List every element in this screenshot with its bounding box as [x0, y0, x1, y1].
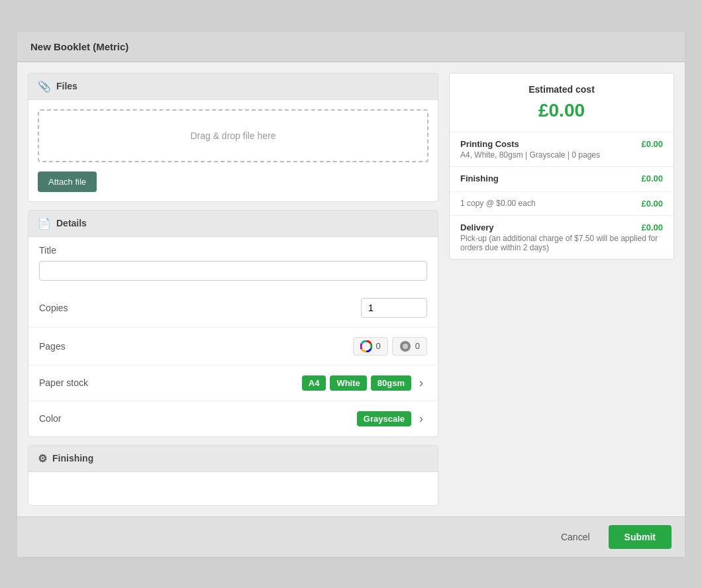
- pages-row: Pages: [28, 328, 438, 366]
- bw-pages-badge: 0: [392, 337, 427, 356]
- pages-value-container: 0 0: [119, 337, 427, 356]
- paper-stock-size-tag: A4: [302, 375, 326, 391]
- modal-footer: Cancel Submit: [17, 516, 685, 557]
- color-row: Color Grayscale ›: [28, 401, 438, 436]
- printing-costs-value: £0.00: [641, 139, 663, 149]
- delivery-value: £0.00: [641, 222, 663, 232]
- finishing-section-header: ⚙ Finishing: [28, 446, 438, 472]
- printing-costs-label: Printing Costs: [460, 139, 519, 149]
- submit-button[interactable]: Submit: [609, 525, 672, 549]
- copy-value: £0.00: [641, 199, 663, 209]
- color-pages-count: 0: [376, 341, 381, 351]
- color-value-tag: Grayscale: [357, 411, 411, 426]
- paper-stock-color-tag: White: [330, 375, 366, 391]
- printing-costs-title: Printing Costs £0.00: [460, 139, 663, 149]
- pages-label: Pages: [39, 341, 119, 352]
- paper-stock-value-container: A4 White 80gsm ›: [119, 375, 427, 391]
- paperclip-icon: 📎: [38, 80, 51, 93]
- dropzone-text: Drag & drop file here: [190, 130, 276, 141]
- title-row: Title: [28, 237, 438, 289]
- color-value-container: Grayscale ›: [119, 411, 427, 427]
- finishing-section: ⚙ Finishing: [28, 445, 438, 506]
- details-section: 📄 Details Title Copies: [28, 210, 438, 437]
- details-section-header: 📄 Details: [28, 211, 438, 237]
- files-section-header: 📎 Files: [28, 74, 438, 100]
- finishing-cost-row: Finishing £0.00: [450, 167, 674, 192]
- copies-row: Copies: [28, 289, 438, 328]
- title-label: Title: [39, 245, 427, 256]
- modal-body: 📎 Files Drag & drop file here Attach fil…: [17, 62, 685, 516]
- copy-cost-row: 1 copy @ $0.00 each £0.00: [450, 192, 674, 216]
- modal-title: New Booklet (Metric): [30, 41, 128, 52]
- copy-inline: 1 copy @ $0.00 each £0.00: [460, 199, 663, 209]
- svg-point-2: [403, 344, 408, 349]
- copies-value-container: [119, 298, 427, 318]
- delivery-sub: Pick-up (an additional charge of $7.50 w…: [460, 234, 663, 252]
- sliders-icon: ⚙: [38, 452, 47, 465]
- title-input[interactable]: [39, 261, 427, 281]
- cost-card: Estimated cost £0.00 Printing Costs £0.0…: [449, 73, 674, 260]
- right-panel: Estimated cost £0.00 Printing Costs £0.0…: [449, 73, 674, 260]
- details-section-title: Details: [56, 218, 87, 228]
- cost-title: Estimated cost: [460, 84, 663, 95]
- cost-header: Estimated cost £0.00: [450, 74, 674, 132]
- finishing-cost-value: £0.00: [641, 173, 663, 183]
- color-chevron[interactable]: ›: [415, 411, 427, 427]
- paper-stock-weight-tag: 80gsm: [371, 375, 411, 391]
- color-pages-icon: [360, 340, 372, 352]
- printing-costs-sub: A4, White, 80gsm | Grayscale | 0 pages: [460, 150, 663, 160]
- copies-input[interactable]: [361, 298, 427, 318]
- document-icon: 📄: [38, 217, 51, 230]
- left-panel: 📎 Files Drag & drop file here Attach fil…: [28, 73, 438, 506]
- finishing-section-title: Finishing: [52, 453, 93, 464]
- printing-costs-row: Printing Costs £0.00 A4, White, 80gsm | …: [450, 132, 674, 167]
- copies-label: Copies: [39, 303, 119, 313]
- copy-label: 1 copy @ $0.00 each: [460, 199, 536, 208]
- paper-stock-chevron[interactable]: ›: [415, 375, 427, 391]
- attach-file-button[interactable]: Attach file: [38, 172, 97, 192]
- finishing-cost-title: Finishing £0.00: [460, 173, 663, 183]
- file-dropzone[interactable]: Drag & drop file here: [38, 109, 428, 162]
- files-section: 📎 Files Drag & drop file here Attach fil…: [28, 73, 438, 202]
- bw-pages-count: 0: [415, 341, 420, 351]
- files-section-title: Files: [56, 81, 77, 91]
- color-pages-badge: 0: [353, 337, 388, 356]
- modal-header: New Booklet (Metric): [17, 32, 685, 62]
- cancel-button[interactable]: Cancel: [550, 526, 601, 548]
- finishing-body: [28, 472, 438, 505]
- delivery-label: Delivery: [460, 222, 494, 232]
- bw-pages-icon: [399, 340, 411, 352]
- paper-stock-row: Paper stock A4 White 80gsm ›: [28, 366, 438, 401]
- delivery-title: Delivery £0.00: [460, 222, 663, 232]
- color-label: Color: [39, 413, 119, 424]
- paper-stock-label: Paper stock: [39, 377, 119, 388]
- cost-amount: £0.00: [460, 100, 663, 121]
- delivery-row: Delivery £0.00 Pick-up (an additional ch…: [450, 216, 674, 259]
- finishing-cost-label: Finishing: [460, 173, 499, 183]
